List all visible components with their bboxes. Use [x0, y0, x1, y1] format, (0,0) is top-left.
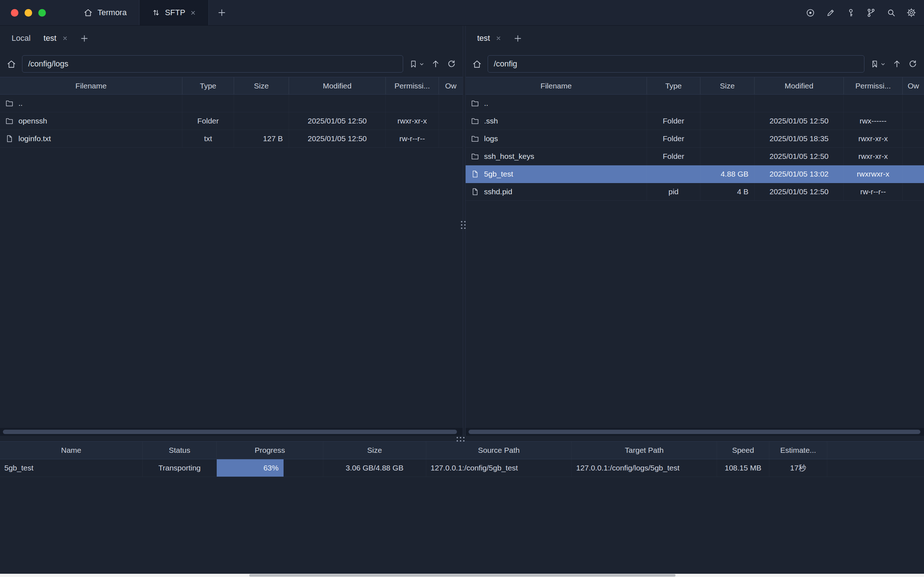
close-icon[interactable] [62, 35, 68, 41]
remote-path-input[interactable] [488, 55, 864, 73]
tab-sftp[interactable]: SFTP [139, 0, 209, 25]
tab-local[interactable]: Local [5, 26, 37, 51]
file-icon [5, 134, 14, 143]
table-row[interactable]: loginfo.txt txt 127 B 2025/01/05 12:50 r… [0, 130, 463, 148]
column-header-target-path[interactable]: Target Path [572, 442, 717, 459]
parent-directory-icon[interactable] [892, 59, 901, 69]
column-header-type[interactable]: Type [647, 77, 700, 94]
folder-icon [5, 117, 14, 125]
home-icon[interactable] [472, 59, 482, 69]
column-header-type[interactable]: Type [182, 77, 234, 94]
filename: openssh [18, 117, 47, 125]
column-header-owner[interactable]: Ow [903, 77, 924, 94]
folder-icon [471, 117, 479, 125]
termora-window: Termora SFTP [0, 0, 924, 577]
branch-icon[interactable] [866, 7, 876, 18]
tab-test-left[interactable]: test [37, 26, 74, 51]
local-pathbar [0, 51, 463, 77]
bookmark-icon [870, 60, 879, 69]
key-icon[interactable] [845, 7, 856, 18]
filename: logs [484, 134, 498, 143]
transfer-source-path: 127.0.0.1:/config/5gb_test [426, 459, 572, 477]
parent-directory-icon[interactable] [431, 59, 440, 69]
file-icon [471, 187, 479, 196]
bookmark-button[interactable] [870, 60, 886, 69]
remote-table-header: Filename Type Size Modified Permissi... … [466, 77, 924, 95]
new-pane-tab-button[interactable] [79, 34, 89, 44]
refresh-icon[interactable] [447, 59, 456, 69]
filename: .. [18, 99, 23, 108]
file-icon [471, 170, 479, 178]
local-horizontal-scrollbar [0, 428, 463, 436]
tab-local-label: Local [11, 34, 31, 43]
column-header-filename[interactable]: Filename [0, 77, 182, 94]
close-window-button[interactable] [11, 9, 18, 17]
transfer-size: 3.06 GB/4.88 GB [323, 459, 426, 477]
minimize-window-button[interactable] [24, 9, 32, 17]
settings-icon[interactable] [906, 7, 917, 18]
column-header-modified[interactable]: Modified [755, 77, 844, 94]
record-icon[interactable] [805, 7, 816, 18]
zoom-window-button[interactable] [38, 9, 46, 17]
table-row[interactable]: ssh_host_keys Folder 2025/01/05 12:50 rw… [466, 148, 924, 165]
column-header-size[interactable]: Size [234, 77, 289, 94]
transfer-name: 5gb_test [0, 459, 143, 477]
search-icon[interactable] [886, 7, 897, 18]
tab-termora[interactable]: Termora [71, 0, 139, 25]
bottom-scrollbar-thumb[interactable] [249, 574, 676, 577]
close-icon[interactable] [190, 10, 196, 16]
edit-icon[interactable] [825, 7, 836, 18]
horizontal-splitter-handle[interactable] [456, 437, 464, 442]
window-controls [0, 9, 57, 17]
table-row-selected[interactable]: 5gb_test 4.88 GB 2025/01/05 13:02 rwxrwx… [466, 165, 924, 183]
home-icon [84, 8, 93, 17]
column-header-size[interactable]: Size [700, 77, 755, 94]
vertical-splitter-handle[interactable] [461, 221, 466, 229]
folder-icon [471, 134, 479, 143]
column-header-modified[interactable]: Modified [289, 77, 386, 94]
titlebar-actions [805, 7, 924, 18]
table-row[interactable]: logs Folder 2025/01/05 18:35 rwxr-xr-x [466, 130, 924, 148]
tab-sftp-label: SFTP [165, 8, 185, 17]
column-header-progress[interactable]: Progress [217, 442, 323, 459]
scrollbar-thumb[interactable] [469, 430, 921, 434]
transfer-progress-bar: 63% [217, 459, 323, 477]
home-icon[interactable] [6, 59, 16, 69]
local-pane: Local test [0, 26, 463, 436]
table-row[interactable]: .. [466, 95, 924, 112]
transfer-panel: Name Status Progress Size Source Path Ta… [0, 441, 924, 477]
column-header-filename[interactable]: Filename [466, 77, 647, 94]
close-icon[interactable] [496, 35, 502, 41]
remote-path-actions [870, 59, 918, 69]
transfer-target-path: 127.0.0.1:/config/logs/5gb_test [572, 459, 717, 477]
local-pane-tabs: Local test [0, 26, 463, 51]
column-header-size[interactable]: Size [323, 442, 426, 459]
tab-test-right[interactable]: test [471, 26, 508, 51]
column-header-source-path[interactable]: Source Path [426, 442, 572, 459]
tab-test-left-label: test [44, 34, 56, 43]
new-tab-button[interactable] [217, 8, 227, 18]
bookmark-button[interactable] [409, 60, 424, 69]
column-header-estimate[interactable]: Estimate... [769, 442, 827, 459]
table-row[interactable]: sshd.pid pid 4 B 2025/01/05 12:50 rw-r--… [466, 183, 924, 201]
table-row[interactable]: .. [0, 95, 463, 112]
column-header-name[interactable]: Name [0, 442, 143, 459]
folder-icon [471, 99, 479, 108]
column-header-speed[interactable]: Speed [717, 442, 769, 459]
column-header-permissions[interactable]: Permissi... [386, 77, 439, 94]
column-header-owner[interactable]: Ow [439, 77, 463, 94]
column-header-status[interactable]: Status [143, 442, 217, 459]
new-pane-tab-button[interactable] [513, 34, 523, 44]
scrollbar-thumb[interactable] [3, 430, 457, 434]
transfer-row[interactable]: 5gb_test Transporting 63% 3.06 GB/4.88 G… [0, 459, 924, 477]
tab-test-right-label: test [477, 34, 490, 43]
progress-fill: 63% [217, 459, 284, 477]
local-path-input[interactable] [22, 55, 403, 73]
table-row[interactable]: .ssh Folder 2025/01/05 12:50 rwx------ [466, 112, 924, 130]
filename: ssh_host_keys [484, 152, 534, 161]
table-row[interactable]: openssh Folder 2025/01/05 12:50 rwxr-xr-… [0, 112, 463, 130]
transfer-speed: 108.15 MB [717, 459, 769, 477]
column-header-permissions[interactable]: Permissi... [844, 77, 903, 94]
chevron-down-icon [880, 61, 886, 67]
refresh-icon[interactable] [908, 59, 918, 69]
